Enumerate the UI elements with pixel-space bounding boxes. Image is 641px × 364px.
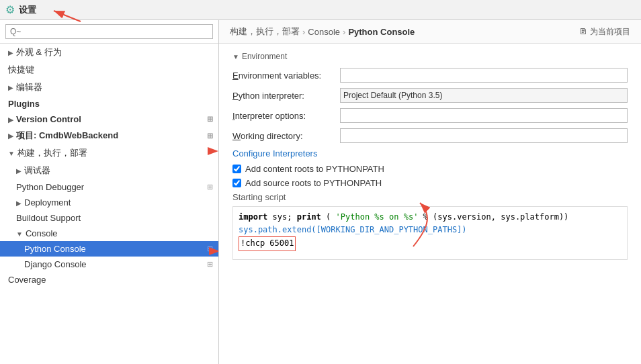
settings-icon: ⊞ (207, 244, 213, 253)
configure-interpreters-link[interactable]: Configure Interpreters (232, 148, 628, 158)
settings-icon: ⊞ (207, 132, 213, 140)
script-area: import sys; print ( 'Python %s on %s' % … (232, 206, 628, 260)
sidebar-item-vcs[interactable]: ▶Version Control ⊞ (0, 111, 218, 127)
source-roots-row: Add source roots to PYTHONPATH (232, 178, 628, 188)
import-kw: import (239, 212, 267, 222)
arrow-icon: ▶ (8, 49, 13, 56)
py-interpreter-input[interactable] (340, 88, 628, 103)
arrow-icon: ▶ (16, 199, 22, 207)
content-roots-checkbox[interactable] (232, 165, 241, 173)
interp-options-input[interactable] (340, 108, 628, 123)
script-line-1: import sys; print ( 'Python %s on %s' % … (239, 211, 622, 224)
sidebar-item-deployment[interactable]: ▶Deployment (0, 195, 218, 210)
env-vars-row: Environment variables: (232, 68, 628, 83)
sidebar-item-py-console[interactable]: Python Console ⊞ (0, 241, 218, 257)
app-icon: ⚙ (5, 3, 15, 16)
sidebar-item-build[interactable]: ▼构建，执行，部署 (0, 144, 218, 162)
sidebar-item-django-console[interactable]: Django Console ⊞ (0, 257, 218, 272)
environment-label: Environment (242, 52, 287, 61)
settings-panel: ▼ Environment Environment variables: Pyt… (219, 44, 641, 364)
breadcrumb-sep2: › (343, 27, 345, 37)
sidebar: ▶外观 & 行为 快捷键 ▶编辑器 Plugins ▶Version Contr… (0, 20, 219, 364)
script-line-2: sys.path.extend([WORKING_DIR_AND_PYTHON_… (239, 224, 622, 236)
env-vars-input[interactable] (340, 68, 628, 83)
working-dir-label: Working directory: (232, 131, 340, 141)
breadcrumb-build: 构建，执行，部署 (230, 26, 300, 38)
sidebar-item-plugins[interactable]: Plugins (0, 96, 218, 111)
set-current-label: 为当前项目 (590, 26, 630, 38)
py-interpreter-row: Python interpreter: (232, 88, 628, 103)
sidebar-item-editor[interactable]: ▶编辑器 (0, 79, 218, 96)
content-area: 构建，执行，部署 › Console › Python Console 🖹 为当… (219, 20, 641, 364)
script-line-3-wrapper: !chcp 65001 (239, 236, 622, 251)
breadcrumb-current: Python Console (348, 27, 415, 37)
sidebar-item-buildout[interactable]: Buildout Support (0, 210, 218, 226)
arrow-icon: ▶ (8, 84, 13, 91)
working-dir-input[interactable] (340, 128, 628, 143)
section-triangle-icon: ▼ (232, 53, 239, 60)
set-current-icon: 🖹 (579, 27, 587, 36)
sidebar-item-coverage[interactable]: Coverage (0, 272, 218, 287)
source-roots-checkbox[interactable] (232, 179, 241, 187)
breadcrumb: 构建，执行，部署 › Console › Python Console (230, 26, 415, 38)
source-roots-label: Add source roots to PYTHONPATH (245, 178, 382, 188)
search-input[interactable] (5, 24, 213, 39)
starting-script-label: Starting script (232, 192, 628, 202)
breadcrumb-console: Console (308, 27, 340, 37)
breadcrumb-sep1: › (302, 27, 305, 37)
environment-section-header: ▼ Environment (232, 52, 628, 61)
interp-options-label: Interpreter options: (232, 111, 340, 121)
settings-icon: ⊞ (207, 115, 213, 124)
sidebar-item-debugger[interactable]: ▶调试器 (0, 162, 218, 179)
string-literal: 'Python %s on %s' (336, 212, 419, 222)
interp-options-row: Interpreter options: (232, 108, 628, 123)
sidebar-item-py-debugger[interactable]: Python Debugger ⊞ (0, 179, 218, 195)
sidebar-item-appearance[interactable]: ▶外观 & 行为 (0, 44, 218, 61)
print-func: print (297, 212, 321, 222)
arrow-icon: ▶ (16, 167, 22, 175)
arrow-icon: ▶ (8, 132, 13, 140)
arrow-icon: ▶ (8, 116, 13, 124)
working-dir-row: Working directory: (232, 128, 628, 143)
set-current-button[interactable]: 🖹 为当前项目 (579, 26, 630, 38)
content-roots-row: Add content roots to PYTHONPATH (232, 164, 628, 174)
title-bar: ⚙ 设置 (0, 0, 641, 20)
arrow-icon: ▼ (8, 150, 15, 157)
script-line-3: !chcp 65001 (239, 236, 296, 251)
sidebar-item-keymap[interactable]: 快捷键 (0, 61, 218, 79)
breadcrumb-bar: 构建，执行，部署 › Console › Python Console 🖹 为当… (219, 20, 641, 44)
content-roots-label: Add content roots to PYTHONPATH (245, 164, 384, 174)
sidebar-item-console[interactable]: ▼Console (0, 226, 218, 241)
arrow-to-build (212, 141, 218, 161)
arrow-icon: ▼ (16, 230, 23, 238)
search-box (0, 20, 218, 44)
settings-icon: ⊞ (207, 183, 213, 191)
env-vars-label: Environment variables: (232, 71, 340, 81)
settings-icon: ⊞ (207, 260, 213, 269)
sidebar-item-project[interactable]: ▶项目: CmdbWebBackend ⊞ (0, 127, 218, 144)
py-interpreter-label: Python interpreter: (232, 91, 340, 101)
sidebar-list: ▶外观 & 行为 快捷键 ▶编辑器 Plugins ▶Version Contr… (0, 44, 218, 364)
title-bar-text: 设置 (19, 4, 36, 16)
main-layout: ▶外观 & 行为 快捷键 ▶编辑器 Plugins ▶Version Contr… (0, 20, 641, 364)
